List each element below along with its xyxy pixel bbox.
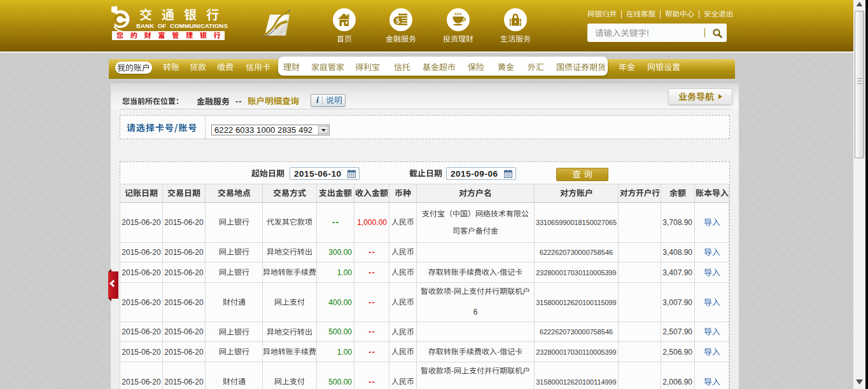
svg-text:$: $ bbox=[396, 17, 400, 25]
svg-text:SSS: SSS bbox=[454, 11, 462, 17]
